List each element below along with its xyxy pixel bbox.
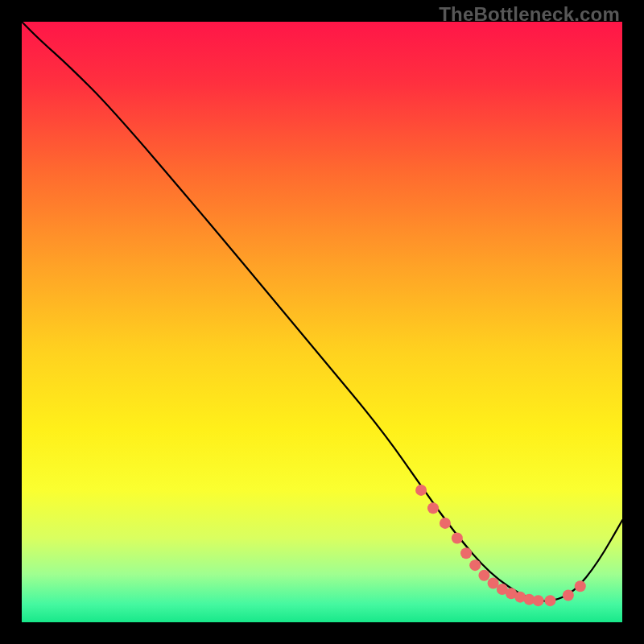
watermark-text: TheBottleneck.com xyxy=(439,3,620,26)
gradient-background xyxy=(22,22,622,622)
curve-marker xyxy=(415,485,427,496)
curve-marker xyxy=(469,559,481,571)
curve-marker xyxy=(575,580,586,592)
curve-marker xyxy=(478,570,489,581)
chart-frame xyxy=(22,22,622,622)
curve-marker xyxy=(563,589,574,601)
bottleneck-curve-chart xyxy=(22,22,622,622)
curve-marker xyxy=(452,533,463,544)
curve-marker xyxy=(533,595,544,606)
curve-marker xyxy=(544,595,555,606)
curve-marker xyxy=(440,518,451,529)
curve-marker xyxy=(427,502,439,514)
curve-marker xyxy=(460,547,472,559)
